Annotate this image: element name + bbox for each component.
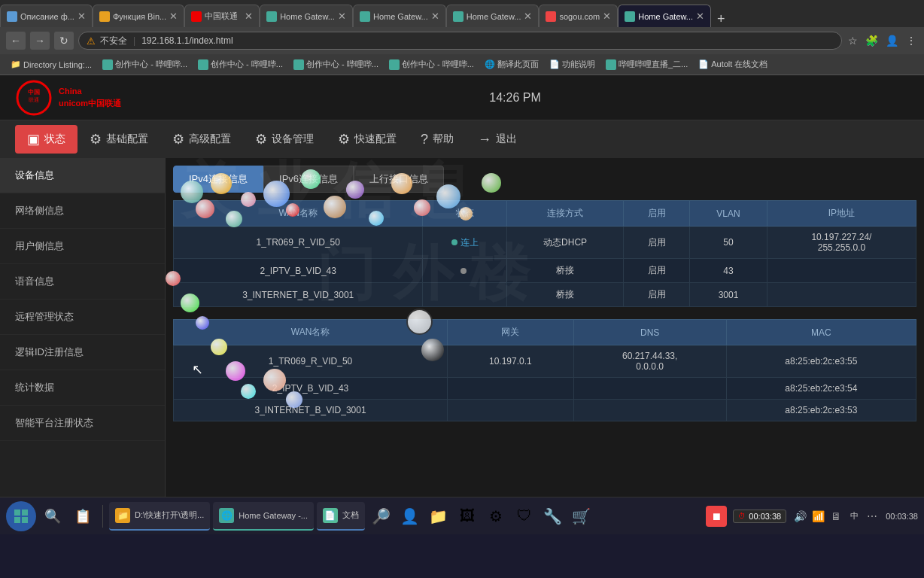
taskbar-security-icon[interactable]: 🛡 [511, 503, 538, 530]
menu-help-label: 帮助 [433, 132, 454, 146]
taskbar-icon-2[interactable]: 📋 [69, 503, 96, 530]
menu-quick-config[interactable]: ⚙ 快速配置 [326, 125, 409, 154]
taskbar-left-icons: 🔍 📋 [39, 503, 96, 530]
nav-icons: ☆ 🧩 👤 ⋮ [846, 33, 918, 48]
menu-device-mgmt-label: 设备管理 [272, 132, 314, 146]
tray-language-icon[interactable]: 中 [846, 509, 862, 524]
new-tab-button[interactable]: + [711, 11, 731, 27]
taskbar: 🔍 📋 📁 D:\快速打开\透明... 🌐 Home Gateway -... … [0, 497, 924, 534]
wan-detail-table: WAN名称 网关 DNS MAC 1_TR069_R_VID_50 10.197… [173, 319, 916, 421]
logo-text: Chinaunicom中国联通 [59, 86, 121, 109]
status-menu-icon: ▣ [27, 131, 40, 148]
col-wan-name: WAN名称 [174, 201, 423, 227]
col-wan-name-2: WAN名称 [174, 320, 448, 345]
taskbar-folder-icon[interactable]: 📁 [425, 503, 452, 530]
table-row: 1_TR069_R_VID_50 10.197.0.1 60.217.44.33… [174, 345, 916, 378]
sidebar-item-stats[interactable]: 统计数据 [0, 370, 165, 406]
bookmark-3[interactable]: 创作中心 - 哔哩哔... [193, 57, 287, 71]
bookmark-5[interactable]: 创作中心 - 哔哩哔... [384, 57, 479, 71]
taskbar-app-explorer[interactable]: 📁 D:\快速打开\透明... [109, 502, 210, 531]
menu-icon[interactable]: ⋮ [904, 33, 918, 48]
address-url: 192.168.1.1/index.html [141, 35, 233, 46]
nav-bar: ← → ↻ ⚠ 不安全 | 192.168.1.1/index.html ☆ 🧩… [0, 27, 924, 54]
menu-logout[interactable]: → 退出 [466, 126, 529, 154]
tray-display-icon[interactable]: 🖥 [828, 509, 843, 524]
tab-5[interactable]: Home Gatew... ✕ [353, 5, 446, 27]
sidebar-item-network-side[interactable]: 网络侧信息 [0, 193, 165, 229]
tab-1[interactable]: Описание ф... ✕ [0, 5, 93, 27]
menu-basic-config[interactable]: ⚙ 基础配置 [78, 125, 160, 154]
forward-button[interactable]: → [30, 32, 50, 50]
taskbar-clock[interactable]: 00:03:38 [886, 512, 918, 521]
svg-text:联通: 联通 [29, 97, 39, 102]
sidebar-item-remote-mgmt[interactable]: 远程管理状态 [0, 300, 165, 335]
security-label: 不安全 [100, 35, 127, 47]
tab-uplink[interactable]: 上行接口信息 [354, 166, 444, 193]
logo-area: 中国 联通 Chinaunicom中国联通 [15, 79, 121, 117]
svg-rect-4 [22, 510, 28, 516]
taskbar-store-icon[interactable]: 🛒 [568, 503, 595, 530]
col-mac: MAC [726, 320, 916, 345]
menu-basic-config-label: 基础配置 [106, 132, 148, 146]
col-vlan: VLAN [690, 201, 767, 227]
account-icon[interactable]: 👤 [884, 33, 900, 48]
svg-rect-5 [14, 517, 20, 523]
browser-chrome: Описание ф... ✕ Функция Bin... ✕ 中国联通 ✕ … [0, 0, 924, 75]
extension-icon[interactable]: 🧩 [864, 33, 880, 48]
taskbar-search-icon[interactable]: 🔎 [368, 503, 395, 530]
tab-3[interactable]: 中国联通 ✕ [184, 5, 260, 27]
menu-help[interactable]: ? 帮助 [409, 126, 466, 154]
system-tray: 🔊 📶 🖥 中 ⋯ [792, 509, 880, 524]
bookmark-7[interactable]: 📄功能说明 [545, 57, 600, 71]
back-button[interactable]: ← [6, 32, 26, 50]
windows-logo-icon [14, 509, 29, 524]
bookmark-6[interactable]: 🌐翻译此页面 [480, 57, 543, 71]
timer-display: ⏱ 00:03:38 [733, 510, 786, 523]
address-bar[interactable]: ⚠ 不安全 | 192.168.1.1/index.html [78, 32, 842, 50]
security-icon: ⚠ [87, 35, 96, 47]
taskbar-time: 00:03:38 [886, 512, 918, 521]
table-row: 1_TR069_R_VID_50 连上 动态DHCP 启用 50 10.197.… [174, 227, 916, 259]
bookmark-1[interactable]: 📁Directory Listing:... [6, 58, 96, 71]
menu-advanced-config-label: 高级配置 [189, 132, 231, 146]
start-button[interactable] [6, 501, 36, 531]
tray-more-icon[interactable]: ⋯ [865, 509, 880, 524]
tab-ipv6[interactable]: IPv6连接信息 [263, 166, 354, 193]
tab-4[interactable]: Home Gatew... ✕ [260, 5, 353, 27]
tab-2[interactable]: Функция Bin... ✕ [93, 5, 184, 27]
tab-7[interactable]: sogou.com ✕ [539, 5, 618, 27]
tab-ipv4[interactable]: IPv4连接信息 [173, 166, 263, 193]
sidebar-item-logic-id[interactable]: 逻辑ID注册信息 [0, 335, 165, 370]
reload-button[interactable]: ↻ [54, 32, 74, 50]
sidebar-item-smart-platform[interactable]: 智能平台注册状态 [0, 406, 165, 441]
sidebar-item-user-side[interactable]: 用户侧信息 [0, 229, 165, 264]
tab-6[interactable]: Home Gatew... ✕ [446, 5, 540, 27]
col-dns: DNS [573, 320, 726, 345]
svg-rect-6 [22, 517, 28, 523]
col-gateway: 网关 [448, 320, 573, 345]
sidebar: 设备信息 网络侧信息 用户侧信息 语音信息 远程管理状态 逻辑ID注册信息 统计… [0, 158, 166, 497]
menu-status[interactable]: ▣ 状态 [15, 125, 78, 154]
taskbar-icon-1[interactable]: 🔍 [39, 503, 66, 530]
wan-status-table: WAN名称 状态 连接方式 启用 VLAN IP地址 1_TR069_R_VID… [173, 200, 916, 307]
help-icon: ? [421, 132, 428, 148]
taskbar-photos-icon[interactable]: 🖼 [454, 503, 481, 530]
tab-8[interactable]: Home Gatew... ✕ [618, 5, 711, 27]
taskbar-settings-icon[interactable]: ⚙ [482, 503, 509, 530]
tray-network-icon[interactable]: 📶 [810, 509, 825, 524]
bookmark-2[interactable]: 创作中心 - 哔哩哔... [98, 57, 192, 71]
sidebar-item-voice[interactable]: 语音信息 [0, 264, 165, 300]
tray-volume-icon[interactable]: 🔊 [792, 509, 807, 524]
table-row: 3_INTERNET_B_VID_3001 a8:25:eb:2c:e3:53 [174, 400, 916, 421]
router-nav-menu: ▣ 状态 ⚙ 基础配置 ⚙ 高级配置 ⚙ 设备管理 ⚙ 快速配置 ? 帮助 [0, 120, 924, 158]
menu-advanced-config[interactable]: ⚙ 高级配置 [160, 125, 243, 154]
bookmark-4[interactable]: 创作中心 - 哔哩哔... [289, 57, 383, 71]
menu-device-mgmt[interactable]: ⚙ 设备管理 [243, 125, 326, 154]
taskbar-person-icon[interactable]: 👤 [397, 503, 424, 530]
taskbar-app-docs-label: 文档 [342, 510, 359, 521]
bookmark-9[interactable]: 📄Autolt 在线文档 [694, 57, 772, 71]
sidebar-item-device-info[interactable]: 设备信息 [0, 158, 165, 193]
taskbar-tools-icon[interactable]: 🔧 [540, 503, 567, 530]
bookmark-star[interactable]: ☆ [846, 33, 859, 48]
bookmark-8[interactable]: 哔哩哔哩直播_二... [601, 57, 692, 71]
